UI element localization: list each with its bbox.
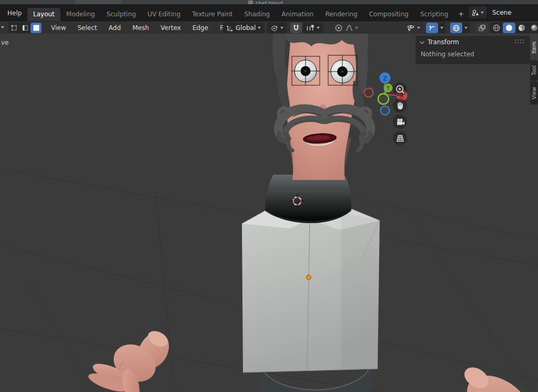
vertex-select-icon xyxy=(11,24,18,32)
rendered-sphere-icon xyxy=(530,24,538,32)
viewport-canvas[interactable]: Y Z X xyxy=(0,34,538,392)
orientation-value: Global xyxy=(236,24,256,32)
edge-select-icon xyxy=(22,24,29,32)
tab-sculpting[interactable]: Sculpting xyxy=(100,8,141,21)
chevron-down-icon xyxy=(258,27,261,29)
chevron-down-icon xyxy=(464,27,468,29)
topbar: Help Layout Modeling Sculpting UV Editin… xyxy=(0,4,538,21)
window-title: chef.blend xyxy=(256,1,283,4)
add-workspace-button[interactable]: + xyxy=(454,7,468,21)
face-select-button[interactable] xyxy=(31,23,42,33)
gizmo-axis-neg-y[interactable] xyxy=(378,94,389,104)
menu-edge[interactable]: Edge xyxy=(187,24,214,32)
perspective-toggle-button[interactable] xyxy=(393,131,407,145)
menu-help[interactable]: Help xyxy=(4,8,25,18)
gizmo-axis-neg-x[interactable] xyxy=(364,88,373,97)
collar-mesh[interactable] xyxy=(265,175,351,223)
show-overlays-toggle[interactable] xyxy=(450,23,462,33)
transform-panel-header[interactable]: Transform xyxy=(415,36,530,48)
tab-layout[interactable]: Layout xyxy=(27,8,60,21)
gizmo-arrow-icon xyxy=(428,24,436,32)
gizmo-axis-neg-z[interactable] xyxy=(381,106,390,115)
viewport-nav-buttons xyxy=(393,82,407,145)
pivot-icon xyxy=(270,24,278,32)
pan-button[interactable] xyxy=(393,98,407,113)
proportional-falloff-dropdown[interactable] xyxy=(345,24,358,32)
chevron-down-icon xyxy=(317,27,320,29)
window-titlebar: chef.blend xyxy=(0,0,538,4)
gizmo-z-label: Z xyxy=(383,75,387,82)
sidebar-tab-view[interactable]: View xyxy=(530,82,538,105)
show-gizmo-toggle[interactable] xyxy=(426,23,438,33)
drag-handle-icon[interactable] xyxy=(515,39,525,45)
chevron-down-icon xyxy=(481,12,484,14)
menu-select[interactable]: Select xyxy=(72,24,103,32)
menu-vertex[interactable]: Vertex xyxy=(155,24,187,32)
proportional-edit-icon xyxy=(334,24,343,32)
camera-view-button[interactable] xyxy=(393,115,407,129)
xray-icon xyxy=(478,24,486,32)
shading-material-button[interactable] xyxy=(515,23,528,33)
tab-rendering[interactable]: Rendering xyxy=(319,8,363,21)
tab-animation[interactable]: Animation xyxy=(276,8,319,21)
tab-uv-editing[interactable]: UV Editing xyxy=(141,8,186,21)
visibility-eye-icon xyxy=(406,24,415,32)
workspace-tabs: Layout Modeling Sculpting UV Editing Tex… xyxy=(27,7,468,21)
snap-increment-icon xyxy=(306,25,314,32)
sidebar-tab-item[interactable]: Item xyxy=(530,36,538,59)
material-sphere-icon xyxy=(517,24,526,32)
menu-add[interactable]: Add xyxy=(103,24,127,32)
perspective-grid-icon xyxy=(394,132,407,145)
magnifier-plus-icon xyxy=(394,83,407,96)
shading-wireframe-button[interactable] xyxy=(490,23,503,33)
xray-toggle-button[interactable] xyxy=(476,23,488,33)
vertex-select-button[interactable] xyxy=(8,23,19,33)
torso-box-mesh[interactable] xyxy=(242,205,380,373)
object-visibility-dropdown[interactable] xyxy=(406,24,420,32)
tab-shading[interactable]: Shading xyxy=(238,8,276,21)
shading-rendered-button[interactable] xyxy=(528,23,538,33)
sidebar-tab-tool[interactable]: Tool xyxy=(530,60,538,81)
snap-toggle-button[interactable] xyxy=(290,23,302,33)
collapse-chevron-icon xyxy=(420,39,424,44)
face-select-icon xyxy=(33,24,40,32)
viewport-3d[interactable]: Y Z X ve xyxy=(0,34,538,392)
proportional-edit-toggle[interactable] xyxy=(334,24,343,32)
hand-icon xyxy=(394,99,407,112)
sidebar-tabs: Item Tool View xyxy=(530,36,538,105)
edge-select-button[interactable] xyxy=(19,23,31,33)
viewport-overlay-text: ve xyxy=(1,39,8,46)
scene-browse-button[interactable] xyxy=(469,6,487,18)
transform-panel: Transform Nothing selected xyxy=(415,36,530,64)
tab-modeling[interactable]: Modeling xyxy=(60,8,101,21)
select-mode-buttons xyxy=(8,23,42,33)
shading-solid-button[interactable] xyxy=(503,23,515,33)
chevron-down-icon xyxy=(355,27,358,29)
object-origin-point[interactable] xyxy=(307,275,311,280)
gizmo-dropdown[interactable] xyxy=(438,23,445,33)
tab-compositing[interactable]: Compositing xyxy=(363,8,414,21)
viewport-header: View Select Add Mesh Vertex Edge Face UV… xyxy=(0,21,538,34)
tab-texture-paint[interactable]: Texture Paint xyxy=(186,8,238,21)
chevron-down-icon xyxy=(440,27,443,29)
scene-icon xyxy=(472,9,479,16)
zoom-button[interactable] xyxy=(393,82,407,96)
scene-name-field[interactable]: Scene xyxy=(487,6,538,18)
transform-orientation-dropdown[interactable]: Global xyxy=(223,23,264,33)
transform-panel-title: Transform xyxy=(428,38,459,46)
snap-target-dropdown[interactable] xyxy=(303,23,323,33)
scene-selector: Scene xyxy=(469,6,538,18)
blend-file-icon xyxy=(248,1,253,4)
pivot-point-dropdown[interactable] xyxy=(267,23,287,33)
overlays-sphere-icon xyxy=(452,24,460,32)
overlays-dropdown[interactable] xyxy=(462,23,470,33)
menu-mesh[interactable]: Mesh xyxy=(127,24,155,32)
wireframe-sphere-icon xyxy=(492,24,501,32)
solid-sphere-icon xyxy=(505,24,513,32)
menu-view[interactable]: View xyxy=(45,24,72,32)
tab-scripting[interactable]: Scripting xyxy=(414,8,454,21)
magnet-icon xyxy=(292,24,300,32)
mode-dropdown-chevron[interactable] xyxy=(1,26,4,28)
gizmo-y-label: Y xyxy=(386,85,390,91)
camera-icon xyxy=(394,116,407,128)
